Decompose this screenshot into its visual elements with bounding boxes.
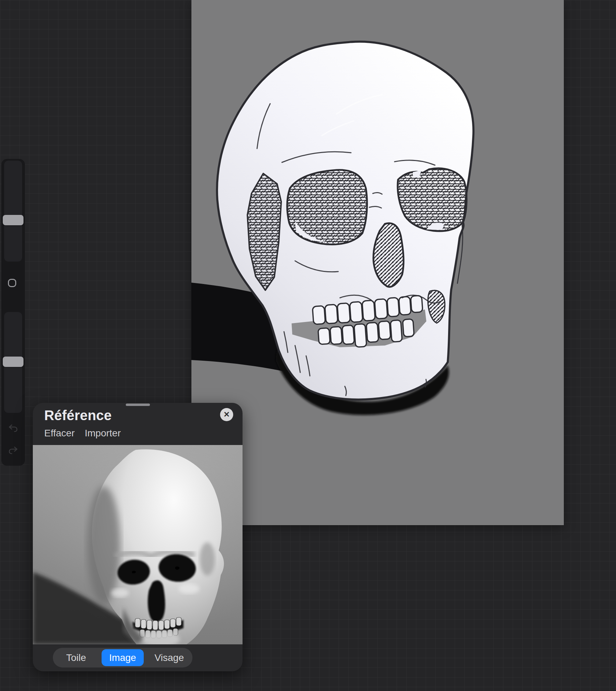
drag-handle[interactable] — [126, 404, 150, 406]
close-icon: ✕ — [224, 411, 230, 418]
brush-size-handle[interactable] — [3, 215, 23, 225]
modify-button[interactable] — [8, 279, 16, 287]
import-button[interactable]: Importer — [85, 428, 121, 439]
redo-icon — [7, 453, 19, 458]
procreate-workspace: { "reference_panel": { "title": "Référen… — [0, 0, 616, 691]
reference-actions: Effacer Importer — [44, 428, 121, 439]
skull-line-art — [191, 0, 564, 525]
panel-title: Référence — [44, 408, 112, 423]
brush-size-slider[interactable] — [4, 161, 22, 262]
drawing-canvas[interactable] — [191, 0, 564, 525]
reference-image[interactable] — [33, 445, 243, 644]
reference-panel: Référence ✕ Effacer Importer — [33, 403, 243, 671]
redo-button[interactable] — [7, 444, 19, 457]
undo-icon — [7, 430, 19, 436]
tab-visage[interactable]: Visage — [146, 648, 192, 668]
reference-tab-bar: Toile Image Visage — [53, 648, 192, 668]
clear-button[interactable]: Effacer — [44, 428, 75, 439]
brush-opacity-handle[interactable] — [3, 357, 23, 367]
close-button[interactable]: ✕ — [220, 408, 233, 421]
undo-button[interactable] — [7, 422, 19, 435]
reference-skull-photo — [33, 445, 243, 644]
tab-toile[interactable]: Toile — [53, 648, 99, 668]
tab-image[interactable]: Image — [99, 648, 146, 668]
brush-sidebar[interactable] — [1, 159, 25, 466]
